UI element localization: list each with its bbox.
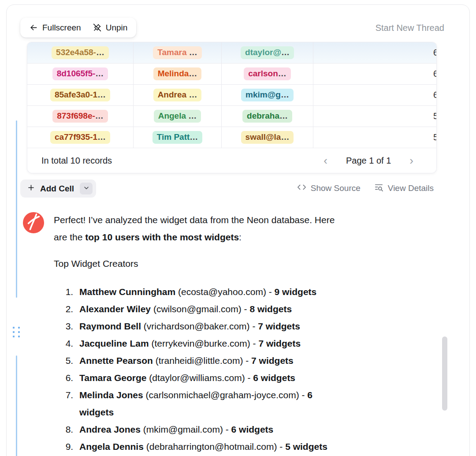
arrow-left-icon — [29, 23, 38, 32]
message-rail-line — [16, 120, 17, 298]
view-details-label: View Details — [388, 183, 434, 193]
view-details-button[interactable]: View Details — [374, 182, 434, 194]
list-item: Tamara George (dtaylor@williams.com) - 6… — [76, 369, 336, 386]
chevron-down-icon — [83, 184, 90, 193]
name-pill[interactable]: Angela … — [154, 110, 201, 123]
id-pill[interactable]: ca77f935-1… — [50, 131, 110, 144]
id-pill[interactable]: 85afe3a0-1… — [50, 89, 110, 101]
list-item: Melinda Jones (carlsonmichael@graham-joy… — [76, 386, 336, 421]
table-cell-name[interactable]: Tim Patt… — [133, 127, 221, 148]
start-new-thread-button[interactable]: Start New Thread — [376, 23, 444, 33]
drag-handle-icon[interactable] — [13, 327, 20, 337]
unpin-button[interactable]: Unpin — [93, 23, 128, 33]
id-pill[interactable]: 532e4a58-… — [52, 46, 109, 59]
message-intro: Perfect! I’ve analyzed the widget data f… — [54, 211, 342, 246]
list-item: Andrea Jones (mkim@gmail.com) - 6 widget… — [76, 421, 336, 438]
email-pill[interactable]: mkim@g… — [241, 89, 294, 101]
email-pill[interactable]: dtaylor@… — [241, 46, 294, 59]
name-pill[interactable]: Andrea … — [153, 89, 202, 101]
message-subtitle: Top Widget Creators — [54, 255, 437, 272]
show-source-button[interactable]: Show Source — [297, 182, 361, 194]
table-cell-name[interactable]: Andrea … — [133, 85, 221, 105]
table-cell-id[interactable]: 8d1065f5-… — [27, 64, 133, 84]
table-cell-email[interactable]: swall@la… — [221, 127, 313, 148]
table-body: 532e4a58-… Tamara … dtaylor@… 6 8d1065f5… — [27, 42, 436, 148]
widget-count-value: 5 — [433, 132, 436, 142]
table-cell-name[interactable]: Melinda… — [133, 64, 221, 84]
pinned-toolbar: Fullscreen Unpin — [20, 18, 136, 37]
table-cell-email[interactable]: carlson… — [221, 64, 313, 84]
add-cell-label: Add Cell — [40, 184, 74, 194]
fullscreen-label: Fullscreen — [42, 23, 81, 33]
table-cell-name[interactable]: Tamara … — [133, 42, 221, 63]
table-row[interactable]: 532e4a58-… Tamara … dtaylor@… 6 — [27, 42, 436, 63]
widget-count-value: 6 — [433, 90, 436, 100]
name-pill[interactable]: Melinda… — [153, 67, 202, 80]
pagination: ‹ Page 1 of 1 › — [322, 156, 436, 166]
page-indicator: Page 1 of 1 — [346, 156, 391, 166]
add-cell-menu-button[interactable] — [80, 183, 93, 194]
id-pill[interactable]: 873f698e-… — [52, 110, 108, 123]
table-cell-id[interactable]: 85afe3a0-1… — [27, 85, 133, 105]
table-cell-count[interactable]: 5 — [313, 127, 436, 148]
table-row[interactable]: 873f698e-… Angela … debraha… 5 — [27, 105, 436, 127]
result-actions: Show Source View Details — [297, 182, 434, 194]
table-cell-count[interactable]: 5 — [313, 106, 436, 127]
table-cell-id[interactable]: ca77f935-1… — [27, 127, 133, 148]
table-row[interactable]: 85afe3a0-1… Andrea … mkim@g… 6 — [27, 84, 436, 105]
table-cell-id[interactable]: 873f698e-… — [27, 106, 133, 127]
table-row[interactable]: 8d1065f5-… Melinda… carlson… 6 — [27, 63, 436, 84]
plus-icon — [27, 183, 35, 194]
widget-count-value: 6 — [433, 48, 436, 58]
email-pill[interactable]: carlson… — [244, 67, 291, 80]
table-cell-count[interactable]: 6 — [313, 42, 436, 63]
table-cell-email[interactable]: dtaylor@… — [221, 42, 313, 63]
list-search-icon — [374, 182, 384, 194]
list-item: Alexander Wiley (cwilson@gmail.com) - 8 … — [76, 300, 336, 318]
widget-count-value: 5 — [433, 111, 436, 121]
assistant-message: Perfect! I’ve analyzed the widget data f… — [54, 211, 437, 455]
message-rail-line — [16, 355, 17, 456]
list-item: Annette Pearson (tranheidi@little.com) -… — [76, 352, 336, 369]
table-cell-id[interactable]: 532e4a58-… — [27, 42, 133, 63]
top-widget-creators-list: Matthew Cunningham (ecosta@yahoo.com) - … — [54, 283, 336, 455]
assistant-avatar — [23, 212, 44, 233]
name-pill[interactable]: Tamara … — [153, 46, 201, 59]
email-pill[interactable]: debraha… — [242, 110, 292, 123]
id-pill[interactable]: 8d1065f5-… — [52, 67, 108, 80]
pin-off-icon — [93, 23, 102, 32]
table-footer: In total 10 records ‹ Page 1 of 1 › — [27, 148, 436, 173]
lightning-bolt-icon — [23, 211, 44, 234]
add-cell-button[interactable]: Add Cell — [20, 179, 96, 198]
list-item: Angela Dennis (debraharrington@hotmail.c… — [76, 438, 336, 455]
name-pill[interactable]: Tim Patt… — [152, 131, 203, 144]
query-result-table: 532e4a58-… Tamara … dtaylor@… 6 8d1065f5… — [27, 42, 436, 173]
widget-count-value: 6 — [433, 69, 436, 79]
table-cell-email[interactable]: debraha… — [221, 106, 313, 127]
list-item: Jacqueline Lam (terrykevin@burke.com) - … — [76, 335, 336, 352]
table-cell-name[interactable]: Angela … — [133, 106, 221, 127]
table-cell-count[interactable]: 6 — [313, 64, 436, 84]
fullscreen-button[interactable]: Fullscreen — [29, 23, 81, 33]
table-cell-email[interactable]: mkim@g… — [221, 85, 313, 105]
table-cell-count[interactable]: 6 — [313, 85, 436, 105]
chevron-right-icon[interactable]: › — [408, 156, 415, 165]
unpin-label: Unpin — [106, 23, 128, 33]
show-source-label: Show Source — [311, 183, 361, 193]
table-row[interactable]: ca77f935-1… Tim Patt… swall@la… 5 — [27, 127, 436, 148]
code-icon — [297, 182, 307, 194]
scrollbar-thumb[interactable] — [442, 336, 447, 411]
email-pill[interactable]: swall@la… — [241, 131, 294, 144]
records-total: In total 10 records — [41, 156, 112, 166]
list-item: Raymond Bell (vrichardson@baker.com) - 7… — [76, 318, 336, 335]
list-item: Matthew Cunningham (ecosta@yahoo.com) - … — [76, 283, 336, 300]
chevron-left-icon[interactable]: ‹ — [322, 156, 329, 165]
app: Fullscreen Unpin Start New Thread 532e4a… — [0, 0, 476, 456]
